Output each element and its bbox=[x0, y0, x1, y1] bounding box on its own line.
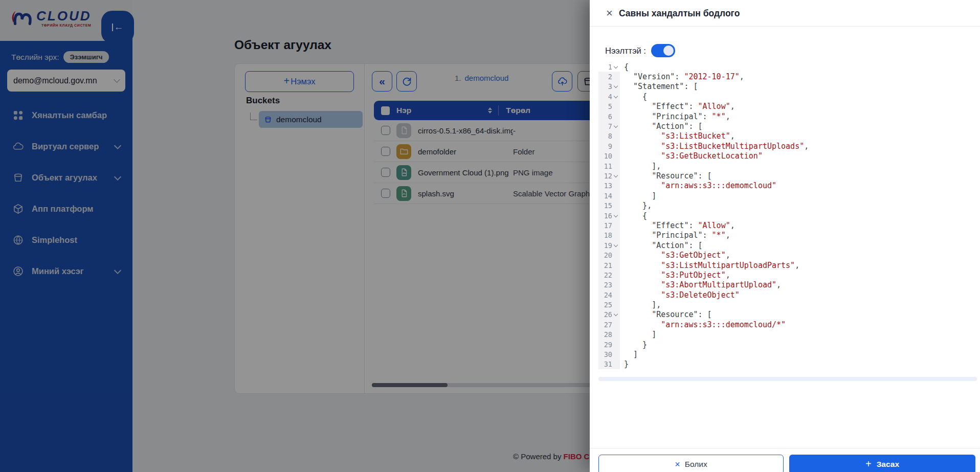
code-text: "s3:ListMultipartUploadParts", bbox=[620, 261, 799, 270]
code-text: ] bbox=[620, 350, 638, 359]
line-number: 12 bbox=[604, 172, 612, 180]
code-line: 6 "Principal": "*", bbox=[598, 111, 977, 121]
drawer-title: Савны хандалтын бодлого bbox=[619, 8, 740, 19]
code-text: ] bbox=[620, 330, 656, 339]
code-line: 29 } bbox=[598, 340, 977, 349]
code-line: 9 "s3:ListBucketMultipartUploads", bbox=[598, 141, 977, 151]
modal-overlay[interactable] bbox=[0, 0, 590, 472]
code-line: 17 "Effect": "Allow", bbox=[598, 220, 977, 230]
line-number: 19 bbox=[604, 241, 612, 250]
code-line: 18 "Principal": "*", bbox=[598, 231, 977, 240]
code-text: ] bbox=[620, 191, 656, 200]
code-line: 24 "s3:DeleteObject" bbox=[598, 290, 977, 300]
toggle-label: Нээлттэй : bbox=[605, 46, 646, 56]
line-number: 21 bbox=[604, 261, 612, 269]
line-number: 20 bbox=[604, 251, 612, 259]
code-text: "Effect": "Allow", bbox=[620, 221, 735, 230]
line-number: 10 bbox=[604, 152, 612, 160]
drawer-header: × Савны хандалтын бодлого bbox=[590, 0, 980, 27]
code-text: "Principal": "*", bbox=[620, 231, 730, 240]
code-text: "s3:GetObject", bbox=[620, 251, 730, 260]
code-text: "s3:ListBucketMultipartUploads", bbox=[620, 142, 809, 151]
code-text: }, bbox=[620, 201, 652, 210]
line-number: 18 bbox=[604, 231, 612, 239]
code-line: 26 "Resource": [ bbox=[598, 310, 977, 320]
code-text: { bbox=[620, 211, 647, 220]
line-number: 1 bbox=[608, 63, 612, 71]
code-text: "arn:aws:s3:::demomcloud/*" bbox=[620, 320, 786, 329]
line-number: 22 bbox=[604, 271, 612, 279]
close-icon: × bbox=[675, 460, 680, 468]
fold-chevron-icon[interactable] bbox=[612, 96, 619, 98]
code-line: 21 "s3:ListMultipartUploadParts", bbox=[598, 260, 977, 270]
code-text: "arn:aws:s3:::demomcloud" bbox=[620, 181, 776, 190]
close-button[interactable]: × bbox=[603, 6, 616, 20]
public-toggle[interactable] bbox=[651, 44, 675, 57]
line-number: 11 bbox=[604, 162, 612, 170]
line-number: 29 bbox=[604, 341, 612, 349]
editor-scrollbar-strip bbox=[598, 377, 977, 381]
policy-code-editor[interactable]: 1{2 "Version": "2012-10-17",3 "Statement… bbox=[598, 62, 977, 369]
code-line: 4 { bbox=[598, 92, 977, 101]
code-line: 11 ], bbox=[598, 161, 977, 171]
code-line: 25 ], bbox=[598, 300, 977, 309]
line-number: 23 bbox=[604, 281, 612, 289]
code-text: } bbox=[620, 359, 629, 369]
code-text: "Action": [ bbox=[620, 241, 703, 250]
code-text: "Resource": [ bbox=[620, 310, 712, 319]
code-line: 16 { bbox=[598, 211, 977, 220]
code-text: { bbox=[620, 92, 647, 101]
code-line: 2 "Version": "2012-10-17", bbox=[598, 72, 977, 81]
code-text: "Effect": "Allow", bbox=[620, 102, 735, 111]
save-button[interactable]: + Засах bbox=[789, 455, 975, 472]
code-text: "Resource": [ bbox=[620, 171, 712, 181]
code-line: 12 "Resource": [ bbox=[598, 171, 977, 181]
code-text: ], bbox=[620, 300, 661, 309]
line-number: 14 bbox=[604, 192, 612, 200]
code-line: 22 "s3:PutObject", bbox=[598, 270, 977, 280]
cancel-button[interactable]: × Болих bbox=[598, 455, 784, 472]
fold-chevron-icon[interactable] bbox=[612, 66, 619, 68]
line-number: 28 bbox=[604, 330, 612, 339]
fold-chevron-icon[interactable] bbox=[612, 175, 619, 177]
line-number: 13 bbox=[604, 182, 612, 190]
fold-chevron-icon[interactable] bbox=[612, 85, 619, 87]
plus-icon: + bbox=[865, 458, 872, 470]
code-text: "Version": "2012-10-17", bbox=[620, 72, 744, 81]
code-line: 14 ] bbox=[598, 191, 977, 200]
code-line: 28 ] bbox=[598, 330, 977, 340]
app: CLOUD ТӨРИЙН КЛАУД СИСТЕМ ← Төслийн эрх:… bbox=[0, 0, 980, 472]
line-number: 7 bbox=[608, 122, 612, 130]
line-number: 24 bbox=[604, 291, 612, 299]
code-line: 7 "Action": [ bbox=[598, 121, 977, 131]
fold-chevron-icon[interactable] bbox=[612, 215, 619, 217]
code-text: "s3:AbortMultipartUpload", bbox=[620, 280, 781, 289]
line-number: 26 bbox=[604, 310, 612, 319]
line-number: 30 bbox=[604, 350, 612, 358]
fold-chevron-icon[interactable] bbox=[612, 125, 619, 127]
line-number: 15 bbox=[604, 201, 612, 210]
code-line: 5 "Effect": "Allow", bbox=[598, 102, 977, 111]
code-text: "Statement": [ bbox=[620, 82, 698, 91]
code-line: 13 "arn:aws:s3:::demomcloud" bbox=[598, 181, 977, 191]
code-line: 8 "s3:ListBucket", bbox=[598, 131, 977, 141]
line-number: 16 bbox=[604, 212, 612, 220]
line-number: 31 bbox=[604, 360, 612, 368]
line-number: 6 bbox=[608, 113, 612, 121]
code-line: 23 "s3:AbortMultipartUpload", bbox=[598, 280, 977, 290]
code-line: 19 "Action": [ bbox=[598, 240, 977, 250]
code-text: ], bbox=[620, 162, 661, 171]
code-line: 20 "s3:GetObject", bbox=[598, 250, 977, 260]
line-number: 4 bbox=[608, 93, 612, 101]
fold-chevron-icon[interactable] bbox=[612, 244, 619, 246]
code-text: "Principal": "*", bbox=[620, 112, 730, 121]
line-number: 27 bbox=[604, 321, 612, 329]
code-line: 10 "s3:GetBucketLocation" bbox=[598, 151, 977, 161]
code-line: 15 }, bbox=[598, 200, 977, 210]
code-text: "s3:DeleteObject" bbox=[620, 290, 740, 300]
fold-chevron-icon[interactable] bbox=[612, 313, 619, 316]
toggle-knob bbox=[663, 46, 674, 56]
public-toggle-row: Нээлттэй : bbox=[605, 44, 675, 57]
code-text: { bbox=[620, 62, 629, 72]
code-line: 3 "Statement": [ bbox=[598, 82, 977, 92]
